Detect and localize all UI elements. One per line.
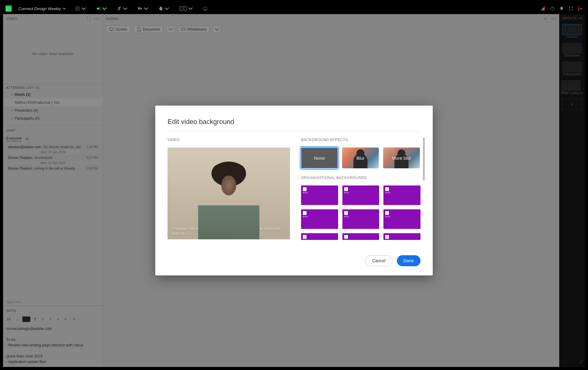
cc-control[interactable]: CC — [176, 5, 196, 12]
done-button[interactable]: Done — [397, 255, 420, 266]
connection-indicator[interactable] — [541, 6, 546, 11]
apps-menu[interactable] — [72, 5, 89, 12]
svg-point-1 — [77, 7, 78, 8]
svg-rect-17 — [544, 6, 545, 10]
video-section-label: VIDEO — [168, 138, 290, 142]
bg-effects-label: BACKGROUND EFFECTS — [301, 138, 420, 142]
org-bg-tile[interactable] — [301, 233, 338, 240]
video-preview: Preview : No one can see you background … — [168, 148, 290, 239]
exit-button[interactable] — [578, 6, 582, 11]
help-icon — [550, 6, 555, 11]
fullscreen-button[interactable] — [568, 6, 573, 11]
raise-hand-control[interactable] — [155, 5, 172, 12]
svg-rect-15 — [542, 8, 543, 10]
chevron-down-icon — [81, 6, 86, 11]
app-logo — [6, 6, 12, 12]
svg-point-8 — [78, 10, 79, 11]
svg-point-6 — [75, 10, 76, 11]
mic-off-icon — [117, 6, 122, 11]
speaker-icon — [96, 6, 101, 11]
speaker-control[interactable] — [93, 5, 110, 12]
fullscreen-icon — [568, 6, 573, 11]
notifications-button[interactable] — [559, 6, 564, 11]
svg-point-0 — [75, 7, 76, 8]
org-bg-tile[interactable] — [301, 185, 338, 205]
svg-rect-13 — [203, 7, 207, 9]
bell-icon — [559, 6, 564, 11]
camera-off-icon — [138, 6, 142, 11]
bg-effect-none[interactable]: None — [301, 148, 338, 168]
modal-overlay: Edit video background VIDEO Preview : No… — [3, 14, 585, 367]
meeting-name-dropdown[interactable]: Connect Design Weekly — [16, 5, 68, 12]
chevron-down-icon — [188, 6, 193, 11]
mic-control[interactable] — [114, 5, 131, 12]
cc-label: CC — [179, 6, 187, 11]
svg-point-2 — [78, 7, 79, 8]
svg-point-3 — [75, 8, 76, 9]
org-bg-tile[interactable] — [383, 185, 420, 205]
chevron-down-icon — [144, 6, 149, 11]
bg-effect-blur[interactable]: Blur — [342, 148, 379, 168]
preview-caption: Preview : No one can see you background … — [172, 226, 285, 236]
org-bg-tile[interactable] — [342, 233, 379, 240]
present-icon — [203, 6, 208, 11]
help-button[interactable] — [550, 6, 555, 11]
chevron-down-icon — [102, 6, 107, 11]
svg-rect-16 — [543, 7, 544, 10]
signal-icon — [541, 6, 546, 11]
org-bg-tile[interactable] — [301, 209, 338, 229]
cancel-button[interactable]: Cancel — [365, 255, 393, 266]
svg-point-7 — [77, 10, 78, 11]
org-bg-tile[interactable] — [383, 209, 420, 229]
org-bg-tile[interactable] — [342, 209, 379, 229]
hand-icon — [158, 6, 163, 11]
top-bar: Connect Design Weekly CC — [3, 3, 585, 14]
svg-point-4 — [77, 8, 78, 9]
org-bg-tile[interactable] — [342, 185, 379, 205]
chevron-down-icon — [123, 6, 128, 11]
org-bg-label: ORGANIZATIONAL BACKGROUNDS — [301, 176, 420, 180]
scrollbar[interactable] — [423, 138, 425, 181]
edit-video-background-modal: Edit video background VIDEO Preview : No… — [155, 106, 433, 275]
chevron-down-icon — [164, 6, 169, 11]
org-bg-tile[interactable] — [383, 233, 420, 240]
camera-control[interactable] — [134, 5, 152, 12]
meeting-name-label: Connect Design Weekly — [18, 6, 61, 11]
grid-icon — [75, 6, 80, 11]
svg-point-5 — [78, 8, 79, 9]
chevron-down-icon — [63, 7, 66, 10]
exit-icon — [578, 6, 582, 11]
svg-rect-14 — [541, 9, 542, 10]
bg-effect-more-blur[interactable]: More blur — [383, 148, 420, 168]
modal-title: Edit video background — [168, 118, 420, 126]
present-control[interactable] — [200, 5, 211, 12]
